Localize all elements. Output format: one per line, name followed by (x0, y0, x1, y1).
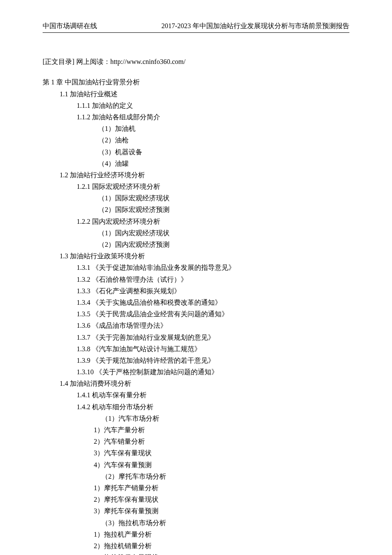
toc-entry: 1.2.1 国际宏观经济环境分析 (77, 181, 349, 192)
toc-entry: 3）汽车保有量现状 (94, 447, 349, 459)
toc-entry: 1.2.2 国内宏观经济环境分析 (77, 216, 349, 227)
toc-entry: 1.2 加油站行业经济环境分析 (60, 169, 349, 181)
toc-entry: 1.1.2 加油站各组成部分简介 (77, 111, 349, 123)
header-rule (43, 32, 349, 33)
toc-entry: （1）国际宏观经济现状 (98, 192, 349, 204)
page-header: 中国市场调研在线 2017-2023 年中国加油站行业发展现状分析与市场前景预测… (43, 21, 349, 32)
toc-entry: （2）国内宏观经济预测 (98, 239, 349, 250)
toc-entry: （1）国内宏观经济现状 (98, 227, 349, 239)
toc-entry: 1.3.1 《关于促进加油站非油品业务发展的指导意见》 (77, 262, 349, 273)
toc-entry: 1.3.5 《关于民营成品油企业经营有关问题的通知》 (77, 308, 349, 320)
intro-line: [正文目录] 网上阅读：http://www.cninfo360.com/ (43, 55, 349, 69)
toc-entry: 2）拖拉机销量分析 (94, 540, 349, 552)
toc-entry: （1）加油机 (98, 123, 349, 134)
document-page: 中国市场调研在线 2017-2023 年中国加油站行业发展现状分析与市场前景预测… (0, 0, 392, 555)
toc-entry: 1.3.2 《石油价格管理办法（试行）》 (77, 274, 349, 285)
toc-entry: 3）拖拉机保有量现状 (94, 552, 349, 555)
header-left: 中国市场调研在线 (43, 21, 97, 31)
toc-entry: （3）拖拉机市场分析 (101, 517, 349, 529)
toc-entry: 1.1 加油站行业概述 (60, 88, 349, 100)
toc-entry: （3）机器设备 (98, 146, 349, 158)
toc-entry: 1.4 加油站消费环境分析 (60, 378, 349, 389)
toc-entry: 2）汽车销量分析 (94, 436, 349, 447)
toc: 第 1 章 中国加油站行业背景分析1.1 加油站行业概述1.1.1 加油站的定义… (43, 76, 349, 555)
toc-entry: 1.4.1 机动车保有量分析 (77, 389, 349, 401)
toc-entry: （2）摩托车市场分析 (101, 471, 349, 482)
toc-entry: 1）摩托车产销量分析 (94, 482, 349, 494)
toc-entry: 1.3.7 《关于完善加油站行业发展规划的意见》 (77, 332, 349, 343)
toc-entry: 3）摩托车保有量预测 (94, 505, 349, 517)
toc-entry: 1.3.8 《汽车加油加气站设计与施工规范》 (77, 343, 349, 355)
toc-entry: 1）拖拉机产量分析 (94, 529, 349, 540)
toc-entry: 1.3.4 《关于实施成品油价格和税费改革的通知》 (77, 297, 349, 308)
toc-entry: 2）摩托车保有量现状 (94, 494, 349, 505)
header-right: 2017-2023 年中国加油站行业发展现状分析与市场前景预测报告 (161, 21, 349, 31)
toc-entry: 1.3.9 《关于规范加油站特许经营的若干意见》 (77, 355, 349, 366)
toc-entry: 1）汽车产量分析 (94, 424, 349, 436)
toc-entry: 1.3.10 《关于严格控制新建加油站问题的通知》 (77, 366, 349, 378)
toc-entry: 1.3.6 《成品油市场管理办法》 (77, 320, 349, 331)
toc-entry: 1.3.3 《石化产业调整和振兴规划》 (77, 285, 349, 297)
toc-entry: 1.3 加油站行业政策环境分析 (60, 250, 349, 262)
toc-entry: （1）汽车市场分析 (101, 413, 349, 424)
toc-entry: 4）汽车保有量预测 (94, 459, 349, 471)
toc-entry: （2）国际宏观经济预测 (98, 204, 349, 215)
toc-entry: 1.4.2 机动车细分市场分析 (77, 401, 349, 413)
toc-entry: 第 1 章 中国加油站行业背景分析 (43, 76, 349, 88)
toc-entry: （2）油枪 (98, 134, 349, 146)
toc-entry: （4）油罐 (98, 158, 349, 169)
toc-entry: 1.1.1 加油站的定义 (77, 100, 349, 111)
